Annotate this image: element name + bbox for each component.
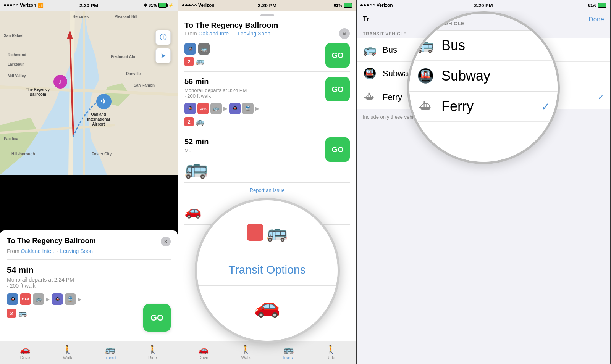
tab-ride-label-2: Ride [327,355,335,360]
leaving-soon-1: Leaving Soon [60,248,93,254]
tab-drive-2[interactable]: 🚗 Drive [192,346,215,360]
wifi-icon-1: 📶 [38,3,44,8]
info-button[interactable]: ⓘ [155,30,171,45]
charging-icon-1: ⚡ [168,3,174,8]
transit-icon-1: 🚌 [105,346,115,354]
battery-icon-3 [598,3,606,8]
airport-pin: ✈ [96,94,112,109]
tab-ride-label-1: Ride [148,355,157,360]
header-title-text: Tr [363,15,369,23]
done-button[interactable]: Done [588,16,604,23]
signal-dots-1 [4,4,18,6]
map-label-pleasant-hill: Pleasant Hill [115,14,137,19]
route1-badge-num: 2 [184,117,194,126]
drive-tab-icon-2: 🚗 [198,346,209,354]
battery-pct-3: 81% [588,3,596,8]
battery-icon-2 [344,3,352,8]
status-bar-1: Verizon 📶 2:20 PM ↑ ✱ 81% ⚡ [0,0,178,11]
route2-bus-large: 🚌 [184,157,350,179]
map-label-airport: OaklandInternationalAirport [87,112,110,127]
go-button-2a[interactable]: GO [325,43,350,68]
battery-pct-1: 81% [149,3,157,8]
route0-icon1: 🚇 [184,43,196,55]
map-label-larkspur: Larkspur [8,62,24,66]
route1-bus-icon: 🚌 [196,118,204,126]
dot3-4 [370,4,372,6]
map-label-hercules: Hercules [73,14,89,19]
panel2-handle [260,14,274,16]
card-subtitle-1: From Oakland Inte... · Leaving Soon [7,248,171,254]
map-label-regency: The RegencyBallroom [26,87,50,97]
magnifier-car-icon: 🚗 [254,293,281,319]
mag3-subway-icon: 🚇 [417,68,434,84]
walk-icon-1: 🚶 [62,346,73,354]
from-link-2[interactable]: Oakland Inte... [199,31,233,37]
status-bar-left-3: Verizon [360,3,393,8]
dot1 [4,4,6,6]
map-label-san-rafael: San Rafael [4,34,23,38]
mag-route-icons: 🚌 [247,222,288,242]
mag-red-badge [247,224,263,241]
card-close-1[interactable]: × [161,237,171,246]
route-row-0: 🚇 🚌 2 🚌 GO [184,40,350,72]
tab-bar-1: 🚗 Drive 🚶 Walk 🚌 Transit 🚶 Ride [0,341,178,364]
arrow-2: ▶ [78,296,82,302]
go-button-2c[interactable]: GO [325,137,350,162]
card-header-1: To The Regency Ballroom × [7,237,171,246]
magnifier-overlay: 🚌 Transit Options 🚗 [195,198,340,343]
status-right-3: 81% [588,3,606,8]
dot2-5 [194,4,197,6]
train-icon-1: 🚆 [65,293,76,305]
tab-transit-1[interactable]: 🚌 Transit [99,346,121,360]
tab-transit-2[interactable]: 🚌 Transit [277,346,300,360]
tab-ride-1[interactable]: 🚶 Ride [141,346,164,360]
route-desc-line2-1: · 200 ft walk [7,283,36,289]
dot5 [16,4,18,6]
time-1: 2:20 PM [79,3,98,8]
ferry-checkmark: ✓ [598,93,604,102]
tab-walk-2[interactable]: 🚶 Walk [234,346,257,360]
map-label-hillsborough: Hillsborough [11,152,35,156]
sep-2: · [235,31,236,37]
panel-1-map: Verizon 📶 2:20 PM ↑ ✱ 81% ⚡ [0,0,178,364]
arrow-1: ▶ [46,296,50,302]
bart2-icon-1: 🚇 [52,293,63,305]
from-link-1[interactable]: Oakland Inte... [21,248,56,254]
go-button-2b[interactable]: GO [325,77,350,101]
route1-badge: 2 🚌 [184,117,350,126]
map-area: San Rafael Hercules Pleasant Hill Richmo… [0,11,178,175]
map-label-piedmont: Piedmont Ala [111,55,135,59]
magnifier-bottom: 🚗 [197,286,338,326]
r1i3: 🚌 [210,103,222,114]
panel2-close[interactable]: × [339,28,350,39]
panel2-subtitle: From Oakland Inte... · Leaving Soon [184,31,350,37]
route-desc-line1-1: Monorail departs at 2:24 PM [7,277,74,283]
route0-icon2: 🚌 [198,43,210,55]
tab-ride-2[interactable]: 🚶 Ride [319,346,342,360]
mag3-ferry-check: ✓ [541,100,550,113]
report-link[interactable]: Report an Issue [184,183,350,198]
dot3-5 [373,4,375,6]
map-label-richmond: Richmond [8,53,26,57]
tab-walk-1[interactable]: 🚶 Walk [56,346,79,360]
tab-drive-1[interactable]: 🚗 Drive [14,346,37,360]
nav-button[interactable]: ➤ [155,48,171,63]
badge-bus-1: 🚌 [18,309,27,317]
time-2: 2:20 PM [258,3,276,8]
magnifier-content: 🚌 Transit Options 🚗 [197,200,338,341]
panel-3-options: Verizon 2:20 PM 81% Tr Done TRANSIT VEHI… [357,0,611,364]
status-bar-3: Verizon 2:20 PM 81% [357,0,610,11]
transit-options-label: Transit Options [228,263,306,276]
dot3 [10,4,12,6]
battery-icon-1 [158,3,167,8]
status-bar-left-1: Verizon 📶 [4,3,44,8]
mag3-ferry-icon: ⛴ [417,98,434,114]
status-right-1: ↑ ✱ 81% ⚡ [140,3,174,8]
go-button-1[interactable]: GO [143,304,171,332]
bluetooth-icon-1: ✱ [144,3,147,8]
route0-bus-icon: 🚌 [196,57,204,66]
carrier-1: Verizon [20,3,36,8]
dot2 [7,4,9,6]
mag3-bus-item: 🚌 Bus [409,31,558,61]
r1a1: ▶ [223,105,228,111]
